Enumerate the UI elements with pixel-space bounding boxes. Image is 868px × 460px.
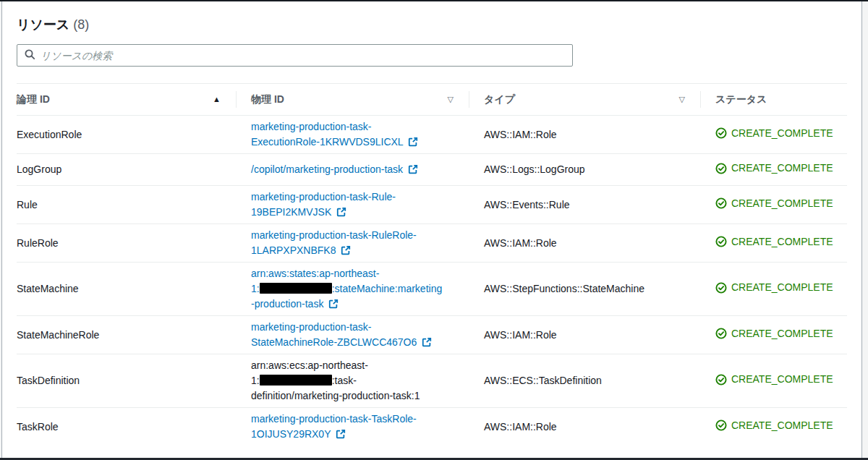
column-label: ステータス <box>715 93 767 106</box>
table-row: StateMachineRole marketing-production-ta… <box>17 316 847 354</box>
type-cell: AWS::Events::Rule <box>469 186 701 224</box>
physical-id-cell: marketing-production-task-StateMachineRo… <box>237 316 469 354</box>
column-header-type[interactable]: タイプ ▽ <box>469 84 701 116</box>
physical-id-cell: marketing-production-task-ExecutionRole-… <box>237 116 469 154</box>
logical-id-cell: TaskDefinition <box>17 354 237 408</box>
resources-panel: リソース(8) 論理 ID ▲ <box>1 1 862 458</box>
check-circle-icon <box>715 236 727 247</box>
status-badge: CREATE_COMPLETE <box>715 196 833 211</box>
status-badge: CREATE_COMPLETE <box>715 234 833 250</box>
sortable-icon: ▽ <box>679 95 685 103</box>
physical-id-link[interactable]: marketing-production-task-RuleRole-1LARP… <box>251 229 417 256</box>
table-row: LogGroup /copilot/marketing-production-t… <box>17 154 847 186</box>
window-top-edge <box>0 0 868 1</box>
check-circle-icon <box>715 282 727 294</box>
logical-id-cell: ExecutionRole <box>17 116 237 154</box>
external-link-icon <box>328 299 339 309</box>
logical-id-cell: StateMachineRole <box>17 316 237 354</box>
status-badge: CREATE_COMPLETE <box>715 161 833 176</box>
column-label: 物理 ID <box>251 93 284 106</box>
physical-id-cell: arn:aws:ecs:ap-northeast-1::task-definit… <box>237 354 469 408</box>
status-cell: CREATE_COMPLETE <box>701 263 847 316</box>
status-badge: CREATE_COMPLETE <box>715 126 833 141</box>
redacted-account-id <box>260 375 332 386</box>
check-circle-icon <box>715 419 727 431</box>
resource-search-box[interactable] <box>17 44 573 67</box>
search-icon <box>24 48 35 63</box>
panel-header: リソース(8) <box>17 16 847 33</box>
table-row: ExecutionRole marketing-production-task-… <box>17 116 847 154</box>
status-label: CREATE_COMPLETE <box>731 326 833 341</box>
physical-id-link[interactable]: marketing-production-task-StateMachineRo… <box>251 321 432 348</box>
status-cell: CREATE_COMPLETE <box>701 224 847 263</box>
status-label: CREATE_COMPLETE <box>731 234 833 250</box>
search-input[interactable] <box>41 50 566 61</box>
status-cell: CREATE_COMPLETE <box>701 316 847 354</box>
physical-id-link[interactable]: /copilot/marketing-production-task <box>251 163 418 175</box>
external-link-icon <box>408 164 418 174</box>
type-cell: AWS::IAM::Role <box>469 116 701 154</box>
table-row: Rule marketing-production-task-Rule-19BE… <box>17 186 847 224</box>
sort-ascending-icon: ▲ <box>213 95 221 103</box>
status-cell: CREATE_COMPLETE <box>701 408 847 446</box>
type-cell: AWS::IAM::Role <box>469 408 701 446</box>
physical-id-link[interactable]: marketing-production-task-Rule-19BEPI2KM… <box>251 191 396 218</box>
panel-title: リソース <box>17 17 69 32</box>
external-link-icon <box>408 137 418 147</box>
type-cell: AWS::ECS::TaskDefinition <box>469 354 701 408</box>
logical-id-cell: Rule <box>17 186 237 224</box>
physical-id-text: arn:aws:ecs:ap-northeast-1::task-definit… <box>251 359 420 401</box>
external-link-icon <box>336 429 346 439</box>
status-badge: CREATE_COMPLETE <box>715 372 833 387</box>
physical-id-cell: arn:aws:states:ap-northeast-1::stateMach… <box>237 263 469 316</box>
external-link-icon <box>341 245 351 255</box>
status-badge: CREATE_COMPLETE <box>715 326 833 341</box>
resources-table-body: ExecutionRole marketing-production-task-… <box>17 116 847 446</box>
status-cell: CREATE_COMPLETE <box>701 116 847 154</box>
physical-id-cell: marketing-production-task-Rule-19BEPI2KM… <box>237 186 469 224</box>
column-header-logical-id[interactable]: 論理 ID ▲ <box>17 84 237 116</box>
table-row: RuleRole marketing-production-task-RuleR… <box>17 224 847 263</box>
type-cell: AWS::StepFunctions::StateMachine <box>469 263 701 316</box>
check-circle-icon <box>715 163 727 174</box>
physical-id-link[interactable]: marketing-production-task-ExecutionRole-… <box>251 121 418 148</box>
physical-id-cell: marketing-production-task-TaskRole-1OIJU… <box>237 408 469 446</box>
logical-id-cell: TaskRole <box>17 408 237 446</box>
status-label: CREATE_COMPLETE <box>731 196 833 211</box>
logical-id-cell: LogGroup <box>17 154 237 186</box>
check-circle-icon <box>715 328 727 339</box>
status-badge: CREATE_COMPLETE <box>715 418 833 433</box>
status-label: CREATE_COMPLETE <box>731 280 833 295</box>
type-cell: AWS::Logs::LogGroup <box>469 154 701 186</box>
redacted-account-id <box>260 283 332 294</box>
status-label: CREATE_COMPLETE <box>731 126 833 141</box>
physical-id-cell: marketing-production-task-RuleRole-1LARP… <box>237 224 469 263</box>
status-label: CREATE_COMPLETE <box>731 161 833 176</box>
physical-id-link[interactable]: marketing-production-task-TaskRole-1OIJU… <box>251 413 417 440</box>
table-row: TaskRole marketing-production-task-TaskR… <box>17 408 847 446</box>
column-label: タイプ <box>484 93 515 106</box>
resource-count: (8) <box>73 17 89 32</box>
status-label: CREATE_COMPLETE <box>731 418 833 433</box>
external-link-icon <box>422 337 432 347</box>
resources-table: 論理 ID ▲ 物理 ID ▽ タイプ <box>17 83 847 446</box>
status-badge: CREATE_COMPLETE <box>715 280 833 295</box>
table-header-row: 論理 ID ▲ 物理 ID ▽ タイプ <box>17 84 847 116</box>
type-cell: AWS::IAM::Role <box>469 224 701 263</box>
logical-id-cell: StateMachine <box>17 263 237 316</box>
status-cell: CREATE_COMPLETE <box>701 154 847 186</box>
column-label: 論理 ID <box>17 93 50 106</box>
sortable-icon: ▽ <box>448 95 454 103</box>
check-circle-icon <box>715 197 727 209</box>
logical-id-cell: RuleRole <box>17 224 237 263</box>
check-circle-icon <box>715 374 727 386</box>
physical-id-cell: /copilot/marketing-production-task <box>237 154 469 186</box>
physical-id-link[interactable]: arn:aws:states:ap-northeast-1::stateMach… <box>251 268 442 310</box>
status-cell: CREATE_COMPLETE <box>701 354 847 408</box>
status-label: CREATE_COMPLETE <box>731 372 833 387</box>
status-cell: CREATE_COMPLETE <box>701 186 847 224</box>
table-row: TaskDefinition arn:aws:ecs:ap-northeast-… <box>17 354 847 408</box>
column-header-status: ステータス <box>701 84 847 116</box>
column-header-physical-id[interactable]: 物理 ID ▽ <box>237 84 469 116</box>
table-row: StateMachine arn:aws:states:ap-northeast… <box>17 263 847 316</box>
